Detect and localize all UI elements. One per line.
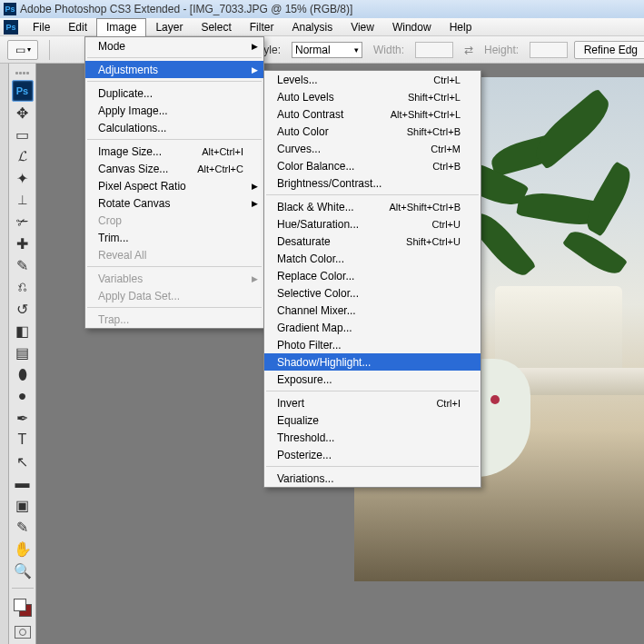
notes-tool[interactable]: ▣ xyxy=(12,494,34,516)
refine-edge-button[interactable]: Refine Edg xyxy=(574,41,644,59)
adjustments-menu-item[interactable]: Match Color... xyxy=(264,250,481,267)
quickmask-toggle[interactable] xyxy=(15,626,31,639)
menu-shortcut: Alt+Shift+Ctrl+L xyxy=(391,109,461,120)
image-menu-item[interactable]: Trim... xyxy=(85,229,263,246)
wand-tool[interactable]: ✦ xyxy=(12,167,34,189)
brush-tool[interactable]: ✎ xyxy=(12,254,34,276)
blur-tool[interactable]: ⬮ xyxy=(12,363,34,385)
grip-icon[interactable] xyxy=(11,69,35,76)
dodge-tool[interactable]: ● xyxy=(12,385,34,407)
menu-separator xyxy=(87,81,262,82)
menubar-app-icon[interactable]: Ps xyxy=(4,20,18,35)
menu-item-label: Desaturate xyxy=(277,235,406,248)
eraser-tool[interactable]: ◧ xyxy=(12,320,34,342)
adjustments-menu-item[interactable]: Auto LevelsShift+Ctrl+L xyxy=(264,88,481,105)
menu-separator xyxy=(266,466,479,467)
adjustments-menu-item[interactable]: Shadow/Highlight... xyxy=(264,353,481,371)
marquee-tool[interactable]: ▭ xyxy=(12,124,34,145)
type-tool[interactable]: T xyxy=(12,429,34,451)
menu-item-label: Variations... xyxy=(277,472,461,485)
menu-item-label: Levels... xyxy=(277,74,433,86)
menu-window[interactable]: Window xyxy=(383,18,441,36)
menu-layer[interactable]: Layer xyxy=(146,18,192,36)
move-tool[interactable]: ✥ xyxy=(12,102,34,124)
menu-item-label: Crop xyxy=(98,214,243,227)
image-menu-item[interactable]: Adjustments▶ xyxy=(85,61,263,78)
menu-item-label: Shadow/Highlight... xyxy=(277,356,461,369)
menu-item-label: Trim... xyxy=(98,232,243,244)
panel-handle[interactable] xyxy=(0,64,9,644)
adjustments-menu-item[interactable]: Equalize xyxy=(264,411,481,429)
marquee-tool-indicator[interactable]: ▭ ▾ xyxy=(7,40,38,60)
adjustments-menu-item[interactable]: Threshold... xyxy=(264,429,481,446)
image-menu-item: Variables▶ xyxy=(85,270,263,287)
eyedropper-tool[interactable]: ✎ xyxy=(12,516,34,538)
gradient-tool[interactable]: ▤ xyxy=(12,342,34,363)
hand-tool[interactable]: ✋ xyxy=(12,538,34,560)
slice-tool[interactable]: ✃ xyxy=(12,211,34,233)
shape-tool[interactable]: ▬ xyxy=(12,472,34,494)
image-menu-item[interactable]: Mode▶ xyxy=(85,37,263,54)
adjustments-menu-item[interactable]: Variations... xyxy=(264,470,481,487)
chevron-down-icon: ▾ xyxy=(27,45,31,54)
adjustments-menu-item[interactable]: Posterize... xyxy=(264,446,481,463)
adjustments-menu-item[interactable]: DesaturateShift+Ctrl+U xyxy=(264,233,481,250)
adjustments-menu-item[interactable]: InvertCtrl+I xyxy=(264,394,481,411)
menu-view[interactable]: View xyxy=(342,18,383,36)
adjustments-menu-item[interactable]: Gradient Map... xyxy=(264,319,481,336)
lasso-tool[interactable]: 𝓛 xyxy=(12,145,34,167)
menu-filter[interactable]: Filter xyxy=(241,18,283,36)
width-input xyxy=(415,42,453,58)
menu-item-label: Exposure... xyxy=(277,373,461,386)
image-menu-item[interactable]: Apply Image... xyxy=(85,102,263,119)
menu-edit[interactable]: Edit xyxy=(59,18,96,36)
image-menu-item[interactable]: Image Size...Alt+Ctrl+I xyxy=(85,143,263,160)
adjustments-menu-item[interactable]: Color Balance...Ctrl+B xyxy=(264,157,481,174)
menu-item-label: Color Balance... xyxy=(277,160,432,173)
adjustments-menu-item[interactable]: Selective Color... xyxy=(264,284,481,302)
menu-item-label: Apply Image... xyxy=(98,104,243,117)
menu-analysis[interactable]: Analysis xyxy=(282,18,342,36)
adjustments-menu-item[interactable]: Levels...Ctrl+L xyxy=(264,71,481,88)
image-menu-item[interactable]: Canvas Size...Alt+Ctrl+C xyxy=(85,160,263,177)
menu-help[interactable]: Help xyxy=(441,18,481,36)
history-brush[interactable]: ↺ xyxy=(12,298,34,320)
menu-shortcut: Ctrl+M xyxy=(431,144,461,154)
adjustments-menu-item[interactable]: Auto ColorShift+Ctrl+B xyxy=(264,123,481,140)
heal-tool[interactable]: ✚ xyxy=(12,233,34,254)
adjustments-menu-item[interactable]: Replace Color... xyxy=(264,267,481,284)
adjustments-menu-item[interactable]: Hue/Saturation...Ctrl+U xyxy=(264,215,481,233)
adjustments-menu-item[interactable]: Curves...Ctrl+M xyxy=(264,140,481,157)
menu-select[interactable]: Select xyxy=(192,18,240,36)
adjustments-menu-item[interactable]: Auto ContrastAlt+Shift+Ctrl+L xyxy=(264,105,481,123)
menu-image[interactable]: Image xyxy=(96,18,146,36)
path-tool[interactable]: ↖ xyxy=(12,451,34,472)
adjustments-menu-item[interactable]: Black & White...Alt+Shift+Ctrl+B xyxy=(264,198,481,215)
menu-separator xyxy=(87,266,262,267)
menu-separator xyxy=(87,307,262,308)
adjustments-menu-item[interactable]: Brightness/Contrast... xyxy=(264,174,481,192)
chevron-down-icon: ▾ xyxy=(354,45,359,54)
image-menu-item: Apply Data Set... xyxy=(85,287,263,304)
submenu-arrow-icon: ▶ xyxy=(252,199,258,208)
adjustments-menu-item[interactable]: Channel Mixer... xyxy=(264,302,481,319)
ps-icon[interactable]: Ps xyxy=(12,80,34,102)
crop-tool[interactable]: ⟂ xyxy=(12,189,34,211)
menu-separator xyxy=(87,57,262,58)
zoom-tool[interactable]: 🔍 xyxy=(12,560,34,581)
style-select[interactable]: Normal ▾ xyxy=(292,42,362,58)
image-menu-item[interactable]: Rotate Canvas▶ xyxy=(85,194,263,212)
width-label: Width: xyxy=(373,44,404,56)
image-menu-item[interactable]: Duplicate... xyxy=(85,84,263,102)
adjustments-menu-item[interactable]: Exposure... xyxy=(264,371,481,388)
color-swatch[interactable] xyxy=(14,599,32,617)
pen-tool[interactable]: ✒ xyxy=(12,407,34,429)
image-menu-item[interactable]: Calculations... xyxy=(85,119,263,136)
menu-item-label: Equalize xyxy=(277,414,461,427)
adjustments-menu-item[interactable]: Photo Filter... xyxy=(264,336,481,353)
stamp-tool[interactable]: ⎌ xyxy=(12,276,34,298)
foreground-color[interactable] xyxy=(14,599,26,611)
image-menu-item[interactable]: Pixel Aspect Ratio▶ xyxy=(85,177,263,194)
menu-item-label: Brightness/Contrast... xyxy=(277,177,461,190)
menu-file[interactable]: File xyxy=(24,18,59,36)
